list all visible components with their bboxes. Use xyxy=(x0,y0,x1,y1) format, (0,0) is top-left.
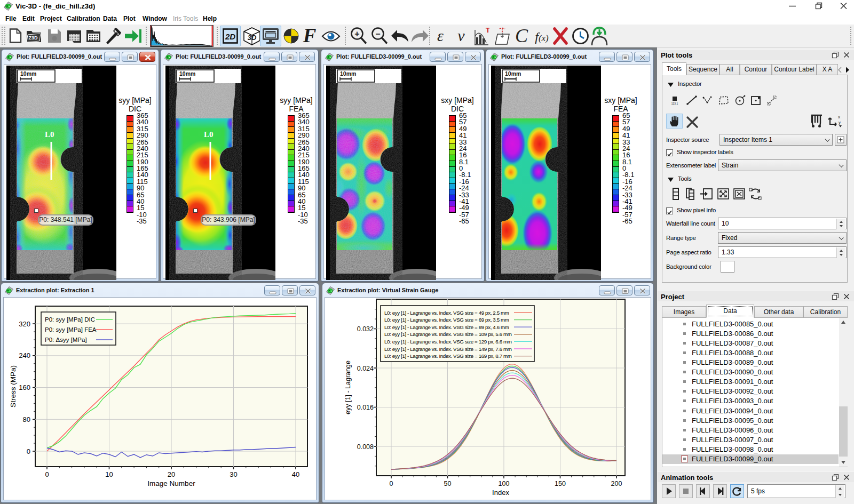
svg-text:0.008: 0.008 xyxy=(357,443,374,451)
svg-text:40: 40 xyxy=(292,470,299,478)
svg-text:30: 30 xyxy=(230,470,237,478)
svg-text:10mm: 10mm xyxy=(505,70,521,77)
svg-text:P0: syy [MPa] FEA: P0: syy [MPa] FEA xyxy=(45,326,97,333)
svg-text:50: 50 xyxy=(444,480,452,487)
svg-text:0.024: 0.024 xyxy=(357,365,374,372)
svg-text:0.032: 0.032 xyxy=(357,325,374,333)
svg-text:10: 10 xyxy=(105,470,113,478)
svg-text:10mm: 10mm xyxy=(340,70,356,77)
svg-text:100: 100 xyxy=(499,480,510,487)
svg-text:L0: eyy [1] - Lagrange vs. Ind: L0: eyy [1] - Lagrange vs. Index. VSG si… xyxy=(384,324,509,330)
svg-text:L0: eyy [1] - Lagrange vs. Ind: L0: eyy [1] - Lagrange vs. Index. VSG si… xyxy=(384,353,512,359)
svg-text:−: − xyxy=(375,29,380,38)
svg-text:Stress (MPa): Stress (MPa) xyxy=(9,365,17,407)
svg-text:L0: eyy [1] - Lagrange vs. Ind: L0: eyy [1] - Lagrange vs. Index. VSG si… xyxy=(384,317,509,323)
svg-text:123.1: 123.1 xyxy=(671,102,678,105)
svg-text:L0: eyy [1] - Lagrange vs. Ind: L0: eyy [1] - Lagrange vs. Index. VSG si… xyxy=(384,346,512,352)
svg-text:240: 240 xyxy=(19,351,30,359)
svg-text:Z3D: Z3D xyxy=(28,35,38,41)
svg-text:0: 0 xyxy=(45,470,49,478)
svg-text:y: y xyxy=(839,120,841,125)
svg-text:Image Number: Image Number xyxy=(147,479,195,487)
svg-text:eyy [1] - Lagrange: eyy [1] - Lagrange xyxy=(344,361,352,414)
svg-text:20: 20 xyxy=(168,470,175,478)
svg-text:320: 320 xyxy=(19,320,30,328)
svg-text:+: + xyxy=(354,29,359,38)
svg-text:2D: 2D xyxy=(225,32,235,41)
svg-text:0: 0 xyxy=(27,447,30,455)
svg-text:0.016: 0.016 xyxy=(357,404,374,411)
svg-text:T: T xyxy=(486,27,489,34)
svg-text:x: x xyxy=(838,115,840,119)
svg-text:Index: Index xyxy=(492,489,509,497)
svg-text:160: 160 xyxy=(19,383,30,391)
svg-text:80: 80 xyxy=(23,415,30,423)
svg-text:P0: syy [MPa] DIC: P0: syy [MPa] DIC xyxy=(45,316,95,323)
svg-text:L0: L0 xyxy=(45,130,54,139)
svg-text:L0: eyy [1] - Lagrange vs. Ind: L0: eyy [1] - Lagrange vs. Index. VSG si… xyxy=(384,331,512,337)
svg-text:0: 0 xyxy=(390,480,393,487)
svg-text:P0: Δsyy [MPa]: P0: Δsyy [MPa] xyxy=(45,337,87,343)
svg-text:L0: L0 xyxy=(204,130,213,139)
svg-text:10mm: 10mm xyxy=(20,70,36,77)
svg-text:L0: eyy [1] - Lagrange vs. Ind: L0: eyy [1] - Lagrange vs. Index. VSG si… xyxy=(384,339,512,345)
svg-text:L0: eyy [1] - Lagrange vs. Ind: L0: eyy [1] - Lagrange vs. Index. VSG si… xyxy=(384,310,509,316)
svg-text:10mm: 10mm xyxy=(179,70,195,77)
svg-text:200: 200 xyxy=(611,480,622,487)
svg-text:3D: 3D xyxy=(248,34,257,42)
svg-text:150: 150 xyxy=(555,480,566,487)
